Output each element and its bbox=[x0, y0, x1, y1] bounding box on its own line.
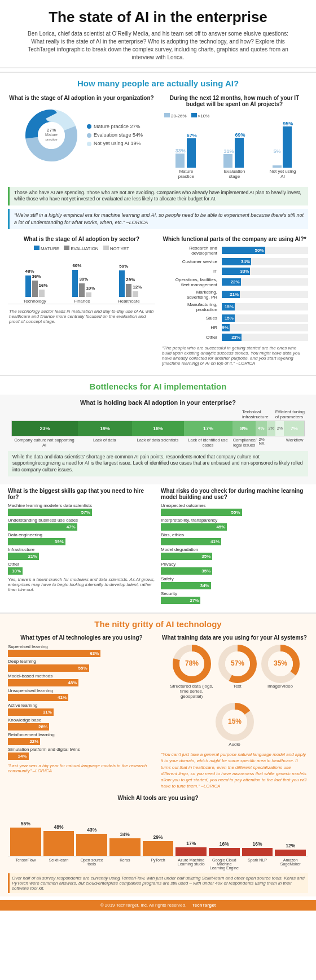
bn-right-labels: Technicalinfrastructure Efficient tuning… bbox=[8, 409, 308, 419]
func-bar-cs: Customer service 34% bbox=[161, 258, 308, 265]
skills-title: What is the biggest skills gap that you … bbox=[8, 488, 155, 500]
td-audio: 15% Audio bbox=[215, 702, 254, 747]
budget-title: During the next 12 months, how much of y… bbox=[161, 95, 308, 107]
skill-ml: Machine learning modelers data scientist… bbox=[8, 503, 155, 516]
budget-note: Those who have AI are spending. Those wh… bbox=[8, 187, 308, 206]
functional-title: Which functional parts of the company ar… bbox=[161, 236, 308, 242]
td-structured: 78% Structured data (logs, time series, … bbox=[169, 644, 214, 699]
ai-supervised: Supervised learning 63% bbox=[8, 644, 155, 657]
tool-sparknlp: 16% bbox=[242, 841, 273, 856]
svg-text:57%: 57% bbox=[230, 659, 244, 667]
page: The state of AI in the enterprise Ben Lo… bbox=[0, 0, 316, 911]
skills-note: Yes, there's a talent crunch for modeler… bbox=[8, 577, 155, 592]
td-structured-donut: 78% bbox=[172, 644, 212, 684]
budget-col: During the next 12 months, how much of y… bbox=[161, 95, 308, 181]
ai-types-note: "Last year was a big year for natural la… bbox=[8, 763, 155, 773]
risk-privacy: Privacy 35% bbox=[161, 562, 308, 575]
ai-knowledge: Knowledge base 28% bbox=[8, 718, 155, 730]
footer-brand: TechTarget bbox=[192, 903, 216, 908]
ai-model: Model-based methods 48% bbox=[8, 673, 155, 686]
risk-bias: Bias, ethics 41% bbox=[161, 532, 308, 545]
skills-risks-row: What is the biggest skills gap that you … bbox=[0, 484, 316, 609]
bn-labels-row: Company culture not supporting AI Lack o… bbox=[11, 438, 305, 448]
tool-opensource: 43% bbox=[76, 827, 107, 856]
section1-title: How many people are actually using AI? bbox=[0, 72, 316, 91]
tool-tensorflow: 55% bbox=[10, 821, 41, 856]
risks-col: What risks do you check for during machi… bbox=[161, 488, 308, 606]
sector-functional-row: What is the stage of AI adoption by sect… bbox=[0, 233, 316, 371]
functional-quote: "The people who are successful in gettin… bbox=[161, 343, 308, 368]
sector-legend: MATURE EVALUATION NOT YET bbox=[8, 246, 155, 251]
training-data-items: 78% Structured data (logs, time series, … bbox=[161, 644, 308, 747]
training-title: What training data are you using for you… bbox=[161, 635, 308, 641]
func-bar-ops: Operations, facilities,fleet management … bbox=[161, 277, 308, 287]
functional-col: Which functional parts of the company ar… bbox=[161, 236, 308, 368]
td-image-donut: 35% bbox=[261, 644, 300, 684]
training-quote: "You can't just take a general purpose n… bbox=[161, 751, 308, 789]
budget-notyet: 5% 95% Not yet using AI bbox=[269, 121, 297, 179]
risk-interp: Interpretability, transparency 45% bbox=[161, 518, 308, 531]
skills-col: What is the biggest skills gap that you … bbox=[8, 488, 155, 606]
sector-title: What is the stage of AI adoption by sect… bbox=[8, 236, 155, 242]
td-text: 57% Text bbox=[218, 644, 257, 699]
td-text-donut: 57% bbox=[218, 644, 257, 684]
budget-mature: 33% 67% Mature practice bbox=[172, 133, 200, 179]
sector-bars: 48% 36% 16% Technology bbox=[8, 253, 155, 304]
skill-de: Data engineering 39% bbox=[8, 532, 155, 545]
svg-text:27%: 27% bbox=[47, 128, 56, 133]
sector-note: The technology sector leads in maturatio… bbox=[8, 307, 155, 326]
tool-sagemaker: 12% bbox=[275, 843, 306, 856]
ai-simulation: Simulation platform and digital twins 14… bbox=[8, 747, 155, 760]
footer: © 2019 TechTarget, Inc. All rights reser… bbox=[0, 900, 316, 911]
donut-chart: 27% Mature practice bbox=[20, 104, 82, 167]
tools-bars: 55% 48% 43% 34% 29% bbox=[8, 806, 308, 856]
sector-col: What is the stage of AI adoption by sect… bbox=[8, 236, 155, 368]
donut-title: What is the stage of AI adoption in your… bbox=[8, 95, 155, 101]
func-bar-mkt: Marketing,advertising, PR 21% bbox=[161, 290, 308, 300]
donut-col: What is the stage of AI adoption in your… bbox=[8, 95, 155, 181]
risk-unexpected: Unexpected outcomes 55% bbox=[161, 503, 308, 516]
svg-text:15%: 15% bbox=[227, 718, 241, 725]
bottleneck-bar: 23% 19% 18% 17% 8% 4% 2% 2% 7% bbox=[11, 421, 305, 436]
section3-title: The nitty gritty of AI technology bbox=[0, 613, 316, 632]
tool-pytorch: 29% bbox=[143, 834, 174, 856]
risk-safety: Safety 34% bbox=[161, 576, 308, 589]
tool-gcloud: 16% bbox=[209, 841, 240, 856]
tools-note: Over half of all survey respondents are … bbox=[8, 873, 308, 893]
func-bar-mfg: Manufacturing,production 15% bbox=[161, 302, 308, 312]
adoption-quote: "We're still in a highly empirical era f… bbox=[8, 209, 308, 229]
risk-model: Model degradation 35% bbox=[161, 547, 308, 560]
budget-chart: 20-26% >10% 33% 67% bbox=[161, 111, 308, 181]
tool-keras: 34% bbox=[109, 832, 141, 856]
header: The state of AI in the enterprise Ben Lo… bbox=[0, 0, 316, 68]
bottleneck-section: What is holding back AI adoption in your… bbox=[0, 395, 316, 485]
risks-bars: Unexpected outcomes 55% Interpretability… bbox=[161, 503, 308, 604]
ai-types-bars: Supervised learning 63% Deep learning 55… bbox=[8, 644, 155, 760]
skills-bars: Machine learning modelers data scientist… bbox=[8, 503, 155, 575]
svg-text:practice: practice bbox=[45, 138, 58, 141]
bottleneck-note: While the data and data scientists' shor… bbox=[8, 451, 308, 477]
skill-biz: Understanding business use cases 47% bbox=[8, 518, 155, 531]
budget-bars-group: 33% 67% Mature practice bbox=[164, 121, 305, 179]
ai-unsupervised: Unsupervised learning 41% bbox=[8, 688, 155, 701]
tools-labels: TensorFlow Scikit-learn Open source tool… bbox=[8, 858, 308, 870]
tools-title: Which AI tools are you using? bbox=[8, 795, 308, 801]
budget-legend: 20-26% >10% bbox=[164, 113, 305, 119]
skill-infra: Infrastructure 21% bbox=[8, 547, 155, 560]
header-subtitle: Ben Lorica, chief data scientist at O'Re… bbox=[23, 30, 293, 62]
skill-other: Other 10% bbox=[8, 562, 155, 575]
bottleneck-bar-title: What is holding back AI adoption in your… bbox=[8, 399, 308, 406]
risks-title: What risks do you check for during machi… bbox=[161, 488, 308, 500]
page-title: The state of AI in the enterprise bbox=[11, 9, 305, 25]
section2-title: Bottlenecks for AI implementation bbox=[0, 375, 316, 395]
functional-bars: Research anddevelopment 50% Customer ser… bbox=[161, 246, 308, 341]
td-audio-donut: 15% bbox=[215, 702, 254, 742]
training-data-col: What training data are you using for you… bbox=[161, 635, 308, 789]
ai-deep: Deep learning 55% bbox=[8, 659, 155, 672]
svg-text:35%: 35% bbox=[273, 659, 287, 667]
svg-text:78%: 78% bbox=[185, 659, 198, 667]
ai-types-title: What types of AI technologies are you us… bbox=[8, 635, 155, 641]
footer-text: © 2019 TechTarget, Inc. All rights reser… bbox=[100, 903, 187, 908]
func-bar-other: Other 23% bbox=[161, 334, 308, 341]
donut-wrap: 27% Mature practice Mature practice 27% … bbox=[8, 104, 155, 167]
